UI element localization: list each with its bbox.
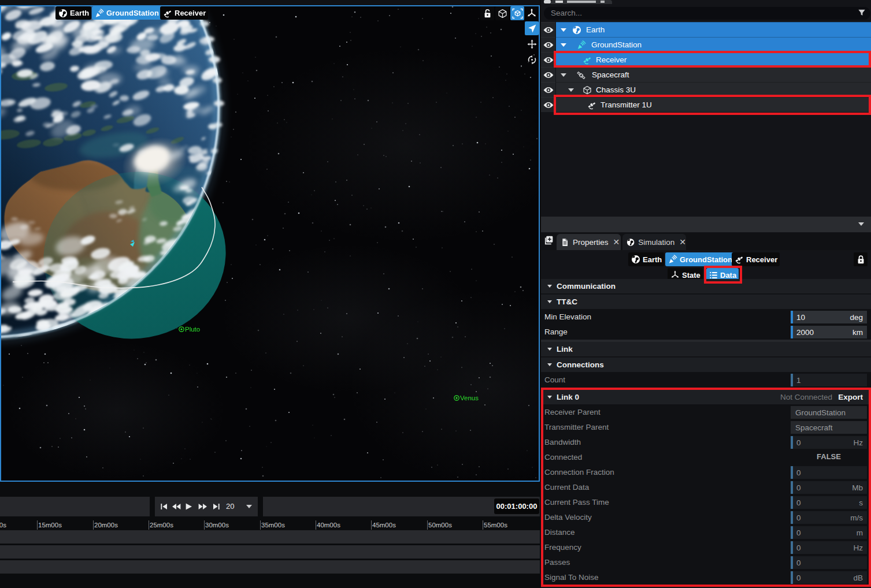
svg-text:Venus: Venus [460,395,479,401]
svg-text:Pluto: Pluto [185,326,200,333]
